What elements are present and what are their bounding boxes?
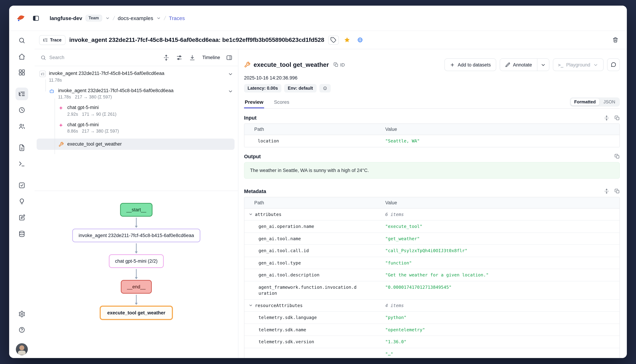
graph-node-start[interactable]: __start__ — [120, 203, 153, 217]
metadata-key: gen_ai.operation.name — [259, 223, 314, 230]
trash-icon[interactable] — [611, 35, 620, 44]
datasets-icon[interactable] — [16, 228, 28, 240]
tree-guide-line — [55, 98, 55, 154]
metadata-value: "0.000017417012713849545" — [385, 284, 619, 290]
tree-row-generation[interactable]: chat gpt-5-mini 2.92s171 → 90 (Σ 261) — [35, 104, 238, 121]
tab-scores[interactable]: Scores — [273, 95, 290, 108]
expand-icon[interactable] — [604, 115, 609, 120]
timeline-toggle[interactable]: Timeline — [202, 55, 220, 60]
metadata-section-label: Metadata — [244, 188, 266, 194]
breadcrumb-page-traces[interactable]: Traces — [169, 15, 185, 21]
tree-row-duration: 11.78s — [58, 94, 71, 100]
copy-id-button[interactable]: ID — [333, 62, 345, 67]
stage: langfuse-dev Team / docs-examples / Trac… — [0, 0, 636, 364]
wrench-icon — [244, 62, 250, 68]
copy-icon[interactable] — [614, 154, 620, 159]
settings-icon[interactable] — [16, 308, 28, 320]
search-icon[interactable] — [16, 34, 28, 47]
info-icon[interactable] — [319, 84, 330, 92]
download-icon[interactable] — [189, 54, 196, 61]
metadata-row: telemetry.sdk.name "opentelemetry" — [244, 324, 619, 336]
graph-edge-arrow — [135, 217, 138, 228]
playground-icon[interactable] — [16, 158, 28, 170]
metadata-row: telemetry.sdk.language "python" — [244, 311, 619, 324]
home-icon[interactable] — [16, 50, 28, 63]
metadata-value: "1.36.0" — [385, 339, 619, 345]
annotation-icon[interactable] — [16, 211, 28, 224]
sidebar-toggle-icon[interactable] — [31, 13, 41, 24]
graph-node-chat[interactable]: chat gpt-5-mini (2/2) — [109, 254, 164, 268]
add-to-datasets-button[interactable]: Add to datasets — [445, 58, 496, 71]
annotate-button[interactable]: Annotate — [500, 59, 537, 71]
detail-tabs: Preview Scores Formatted JSON — [244, 95, 620, 109]
chevron-down-icon[interactable] — [156, 16, 161, 20]
dashboards-icon[interactable] — [16, 66, 28, 79]
chevron-down-icon[interactable] — [228, 70, 233, 77]
expand-all-icon[interactable] — [163, 54, 170, 61]
annotate-dropdown-icon[interactable] — [537, 59, 549, 71]
detail-title-row: execute_tool get_weather ID Add to datas… — [244, 58, 620, 71]
users-icon[interactable] — [16, 120, 28, 132]
metadata-row: agent_framework.function.invocation.dura… — [244, 281, 619, 299]
detail-badges: Latency: 0.00s Env: default — [244, 84, 620, 92]
tree-row-trace[interactable]: invoke_agent 232de211-7fcf-45c8-b415-6af… — [35, 70, 238, 87]
evaluation-icon[interactable] — [16, 179, 28, 192]
filters-icon[interactable] — [176, 54, 183, 61]
format-toggle: Formatted JSON — [570, 97, 620, 106]
search-input[interactable] — [49, 55, 157, 60]
agent-graph: __start__ invoke_agent 232de211-7fcf-45c… — [35, 191, 238, 358]
metadata-group-row[interactable]: attributes 6 items — [244, 208, 619, 220]
panel-collapse-icon[interactable] — [226, 54, 233, 61]
graph-node-tool-selected[interactable]: execute_tool get_weather — [100, 306, 173, 320]
tab-preview[interactable]: Preview — [244, 95, 264, 108]
metadata-count: 4 items — [385, 302, 619, 308]
graph-node-agent[interactable]: invoke_agent 232de211-7fcf-45c8-b415-6af… — [72, 228, 200, 242]
chevron-down-icon — [540, 62, 546, 67]
agent-icon — [49, 88, 55, 94]
copy-icon[interactable] — [614, 115, 620, 120]
team-badge: Team — [85, 15, 102, 22]
format-formatted-button[interactable]: Formatted — [571, 98, 599, 105]
metadata-group-row[interactable]: resourceAttributes 4 items — [244, 299, 619, 311]
user-avatar[interactable] — [16, 343, 28, 355]
chevron-down-icon[interactable] — [105, 16, 110, 20]
generation-icon — [58, 105, 64, 111]
tree-row-agent[interactable]: invoke_agent 232de211-7fcf-45c8-b415-6af… — [35, 87, 238, 104]
metadata-value: "get_weather" — [385, 236, 619, 242]
playground-button[interactable]: >_ Playground — [553, 58, 604, 71]
breadcrumb-section[interactable]: docs-examples — [118, 15, 153, 21]
format-json-button[interactable]: JSON — [600, 98, 619, 105]
list-tree-icon — [43, 38, 48, 42]
copy-icon[interactable] — [614, 188, 620, 194]
wrench-icon — [58, 141, 64, 147]
insights-icon[interactable] — [16, 195, 28, 208]
observation-tree: invoke_agent 232de211-7fcf-45c8-b415-6af… — [35, 66, 238, 150]
comment-icon[interactable] — [607, 58, 620, 71]
breadcrumb-project[interactable]: langfuse-dev — [50, 15, 82, 21]
star-icon[interactable] — [343, 35, 352, 44]
chevron-down-icon[interactable] — [249, 303, 253, 307]
chevron-down-icon[interactable] — [228, 88, 233, 94]
tag-icon[interactable] — [328, 35, 339, 44]
metadata-row: gen_ai.tool.call.id "call_PsylzxTpQh4i0O… — [244, 244, 619, 256]
tree-row-duration: 2.92s — [67, 112, 78, 116]
chevron-down-icon[interactable] — [249, 212, 253, 216]
prompts-icon[interactable] — [16, 142, 28, 154]
metadata-value: "execute_tool" — [385, 223, 619, 230]
tree-row-generation[interactable]: chat gpt-5-mini 8.86s217 → 380 (Σ 597) — [35, 121, 238, 138]
globe-icon[interactable] — [356, 35, 365, 44]
graph-node-end[interactable]: __end__ — [121, 280, 152, 294]
expand-icon[interactable] — [604, 188, 609, 194]
tree-row-tokens: 217 → 380 (Σ 597) — [82, 129, 119, 134]
metadata-value: "python" — [385, 314, 619, 320]
tree-row-label: invoke_agent 232de211-7fcf-45c8-b415-6af… — [49, 70, 164, 76]
table-header: Path Value — [244, 124, 619, 135]
output-section-header: Output — [244, 154, 620, 159]
trace-header: Trace invoke_agent 232de211-7fcf-45c8-b4… — [35, 31, 627, 49]
sessions-icon[interactable] — [16, 104, 28, 116]
support-icon[interactable] — [16, 324, 28, 336]
traces-icon[interactable] — [16, 88, 28, 100]
metadata-key: telemetry.sdk.name — [259, 326, 306, 333]
tree-row-tool-selected[interactable]: execute_tool get_weather — [37, 138, 235, 150]
search-field[interactable] — [41, 55, 157, 60]
